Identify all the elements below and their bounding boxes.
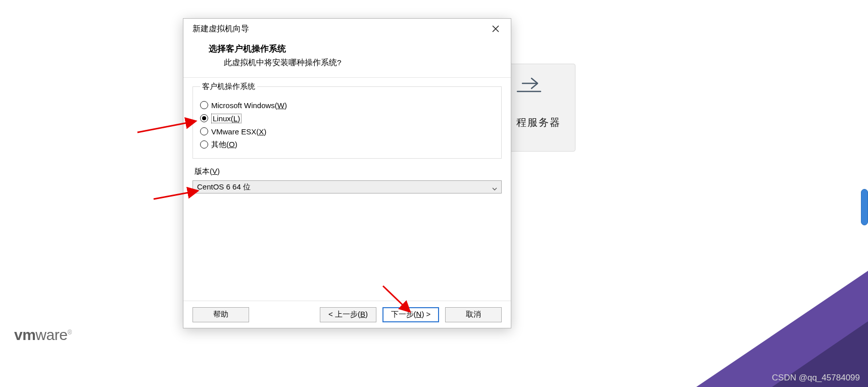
next-button[interactable]: 下一步(N) > <box>382 307 439 322</box>
guest-os-group: 客户机操作系统 Microsoft Windows(W) Linux(L) VM… <box>192 82 502 159</box>
vmware-logo: vmware® <box>14 326 72 344</box>
button-bar: 帮助 < 上一步(B) 下一步(N) > 取消 <box>183 301 511 328</box>
watermark: CSDN @qq_45784099 <box>772 373 860 383</box>
radio-label: VMware ESX(X) <box>211 127 266 136</box>
titlebar: 新建虚拟机向导 <box>183 19 511 39</box>
dialog-subheading: 此虚拟机中将安装哪种操作系统? <box>209 58 502 68</box>
radio-label: 其他(O) <box>211 140 237 150</box>
dialog-body: 客户机操作系统 Microsoft Windows(W) Linux(L) VM… <box>183 77 511 301</box>
connect-remote-card[interactable]: 程服务器 <box>509 64 575 152</box>
dialog-heading: 选择客户机操作系统 <box>209 43 502 55</box>
version-label: 版本(V) <box>195 167 502 176</box>
version-select[interactable]: CentOS 6 64 位 <box>192 180 502 194</box>
connect-arrow-icon <box>516 74 542 92</box>
version-selected-value: CentOS 6 64 位 <box>197 182 251 192</box>
close-icon <box>492 25 499 32</box>
radio-icon <box>200 114 208 122</box>
radio-icon <box>200 101 208 109</box>
cancel-button[interactable]: 取消 <box>445 307 502 322</box>
dialog-header: 选择客户机操作系统 此虚拟机中将安装哪种操作系统? <box>183 39 511 77</box>
radio-label: Microsoft Windows(W) <box>211 101 287 110</box>
radio-icon <box>200 127 208 135</box>
radio-windows[interactable]: Microsoft Windows(W) <box>200 99 494 112</box>
decorative-corner <box>696 271 868 387</box>
radio-label: Linux(L) <box>211 114 242 123</box>
scrollbar-thumb[interactable] <box>861 189 868 225</box>
version-block: 版本(V) CentOS 6 64 位 <box>192 167 502 194</box>
guest-os-legend: 客户机操作系统 <box>200 82 257 91</box>
radio-other[interactable]: 其他(O) <box>200 138 494 151</box>
radio-linux[interactable]: Linux(L) <box>200 112 494 125</box>
chevron-down-icon <box>492 184 497 189</box>
back-button[interactable]: < 上一步(B) <box>320 307 376 322</box>
close-button[interactable] <box>485 21 507 37</box>
connect-remote-label: 程服务器 <box>516 116 568 129</box>
radio-icon <box>200 140 208 149</box>
new-vm-wizard-dialog: 新建虚拟机向导 选择客户机操作系统 此虚拟机中将安装哪种操作系统? 客户机操作系… <box>183 18 511 328</box>
radio-vmware-esx[interactable]: VMware ESX(X) <box>200 125 494 138</box>
help-button[interactable]: 帮助 <box>192 307 249 322</box>
dialog-title: 新建虚拟机向导 <box>192 24 249 34</box>
